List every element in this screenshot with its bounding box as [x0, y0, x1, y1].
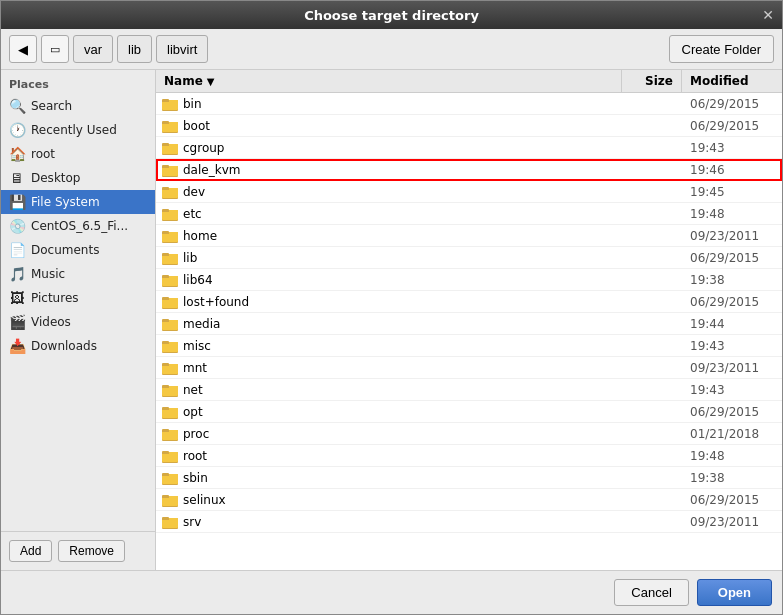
- file-size-cell: [622, 432, 682, 436]
- breadcrumb-lib[interactable]: lib: [117, 35, 152, 63]
- file-name-cell: cgroup: [156, 139, 622, 157]
- folder-icon: [162, 317, 178, 331]
- file-modified-cell: 19:43: [682, 337, 782, 355]
- file-modified-cell: 06/29/2015: [682, 403, 782, 421]
- file-modified-cell: 09/23/2011: [682, 359, 782, 377]
- file-size-cell: [622, 190, 682, 194]
- file-size-cell: [622, 256, 682, 260]
- file-name-cell: misc: [156, 337, 622, 355]
- file-modified-cell: 19:38: [682, 469, 782, 487]
- table-row[interactable]: lib6419:38: [156, 269, 782, 291]
- add-button[interactable]: Add: [9, 540, 52, 562]
- breadcrumb-var[interactable]: var: [73, 35, 113, 63]
- file-size-cell: [622, 124, 682, 128]
- table-row[interactable]: cgroup19:43: [156, 137, 782, 159]
- create-folder-button[interactable]: Create Folder: [669, 35, 774, 63]
- column-modified[interactable]: Modified: [682, 70, 782, 92]
- sidebar-item-downloads[interactable]: 📥Downloads: [1, 334, 155, 358]
- sidebar-item-videos[interactable]: 🎬Videos: [1, 310, 155, 334]
- file-name-label: etc: [183, 207, 202, 221]
- folder-icon: [162, 119, 178, 133]
- documents-icon: 📄: [9, 242, 25, 258]
- table-row[interactable]: mnt09/23/2011: [156, 357, 782, 379]
- file-name-cell: lost+found: [156, 293, 622, 311]
- toolbar: ◀ ▭ var lib libvirt Create Folder: [1, 29, 782, 70]
- table-row[interactable]: dale_kvm19:46: [156, 159, 782, 181]
- file-name-label: net: [183, 383, 203, 397]
- folder-icon: [162, 97, 178, 111]
- file-modified-cell: 06/29/2015: [682, 95, 782, 113]
- svg-rect-51: [162, 364, 169, 366]
- drive-button[interactable]: ▭: [41, 35, 69, 63]
- table-row[interactable]: boot06/29/2015: [156, 115, 782, 137]
- sidebar-item-root[interactable]: 🏠root: [1, 142, 155, 166]
- table-row[interactable]: lib06/29/2015: [156, 247, 782, 269]
- folder-icon: [162, 405, 178, 419]
- file-name-cell: proc: [156, 425, 622, 443]
- sidebar: Places 🔍Search🕐Recently Used🏠root🖥Deskto…: [1, 70, 156, 570]
- sidebar-item-file-system[interactable]: 💾File System: [1, 190, 155, 214]
- back-icon: ◀: [18, 42, 28, 57]
- file-size-cell: [622, 102, 682, 106]
- column-name[interactable]: Name ▼: [156, 70, 622, 92]
- table-row[interactable]: sbin19:38: [156, 467, 782, 489]
- file-name-cell: media: [156, 315, 622, 333]
- file-name-cell: opt: [156, 403, 622, 421]
- sidebar-item-label-centos: CentOS_6.5_Fi...: [31, 219, 128, 233]
- sidebar-item-label-music: Music: [31, 267, 65, 281]
- file-modified-cell: 19:46: [682, 161, 782, 179]
- table-row[interactable]: bin06/29/2015: [156, 93, 782, 115]
- table-row[interactable]: dev19:45: [156, 181, 782, 203]
- remove-button[interactable]: Remove: [58, 540, 125, 562]
- table-row[interactable]: root19:48: [156, 445, 782, 467]
- videos-icon: 🎬: [9, 314, 25, 330]
- sidebar-item-music[interactable]: 🎵Music: [1, 262, 155, 286]
- file-name-cell: selinux: [156, 491, 622, 509]
- sidebar-item-label-search: Search: [31, 99, 72, 113]
- sidebar-item-label-recently-used: Recently Used: [31, 123, 117, 137]
- close-button[interactable]: ✕: [758, 7, 774, 23]
- sidebar-item-documents[interactable]: 📄Documents: [1, 238, 155, 262]
- table-row[interactable]: selinux06/29/2015: [156, 489, 782, 511]
- table-row[interactable]: opt06/29/2015: [156, 401, 782, 423]
- file-name-cell: root: [156, 447, 622, 465]
- table-row[interactable]: lost+found06/29/2015: [156, 291, 782, 313]
- sidebar-item-search[interactable]: 🔍Search: [1, 94, 155, 118]
- table-row[interactable]: net19:43: [156, 379, 782, 401]
- open-button[interactable]: Open: [697, 579, 772, 606]
- sidebar-item-centos[interactable]: 💿CentOS_6.5_Fi...: [1, 214, 155, 238]
- folder-icon: [162, 427, 178, 441]
- file-name-label: dale_kvm: [183, 163, 240, 177]
- folder-icon: [162, 493, 178, 507]
- file-name-label: proc: [183, 427, 209, 441]
- table-row[interactable]: media19:44: [156, 313, 782, 335]
- table-row[interactable]: misc19:43: [156, 335, 782, 357]
- sidebar-item-desktop[interactable]: 🖥Desktop: [1, 166, 155, 190]
- table-row[interactable]: home09/23/2011: [156, 225, 782, 247]
- svg-rect-35: [162, 276, 169, 278]
- folder-icon: [162, 273, 178, 287]
- sidebar-item-label-file-system: File System: [31, 195, 100, 209]
- file-modified-cell: 19:38: [682, 271, 782, 289]
- file-modified-cell: 06/29/2015: [682, 491, 782, 509]
- main-content: Places 🔍Search🕐Recently Used🏠root🖥Deskto…: [1, 70, 782, 570]
- file-modified-cell: 01/21/2018: [682, 425, 782, 443]
- breadcrumb-libvirt[interactable]: libvirt: [156, 35, 208, 63]
- svg-rect-3: [162, 100, 169, 102]
- table-row[interactable]: proc01/21/2018: [156, 423, 782, 445]
- back-button[interactable]: ◀: [9, 35, 37, 63]
- dialog: Choose target directory ✕ ◀ ▭ var lib li…: [0, 0, 783, 615]
- file-system-icon: 💾: [9, 194, 25, 210]
- column-size[interactable]: Size: [622, 70, 682, 92]
- folder-icon: [162, 141, 178, 155]
- file-size-cell: [622, 300, 682, 304]
- svg-rect-47: [162, 342, 169, 344]
- sidebar-item-recently-used[interactable]: 🕐Recently Used: [1, 118, 155, 142]
- table-row[interactable]: etc19:48: [156, 203, 782, 225]
- table-row[interactable]: srv09/23/2011: [156, 511, 782, 533]
- svg-rect-43: [162, 320, 169, 322]
- svg-rect-67: [162, 452, 169, 454]
- cancel-button[interactable]: Cancel: [614, 579, 688, 606]
- file-size-cell: [622, 498, 682, 502]
- sidebar-item-pictures[interactable]: 🖼Pictures: [1, 286, 155, 310]
